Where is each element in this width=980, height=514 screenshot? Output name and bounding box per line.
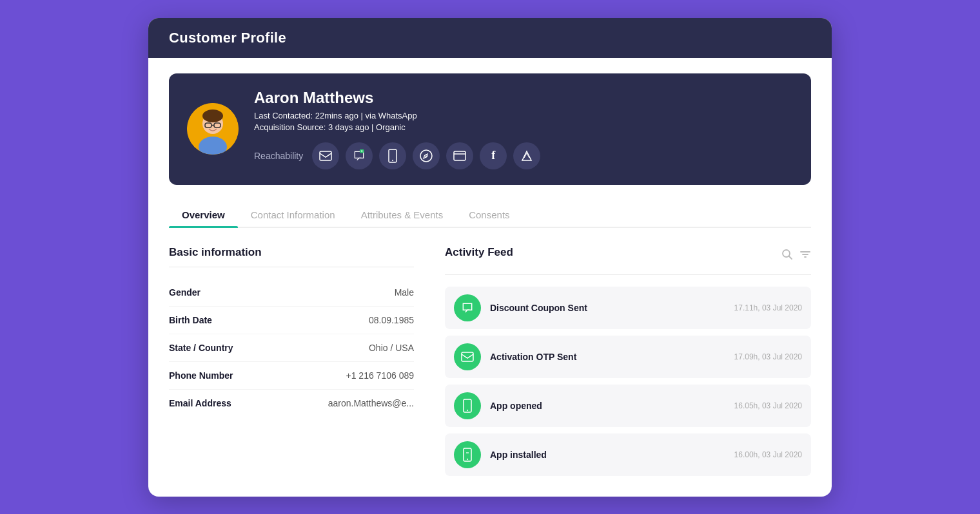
gender-label: Gender bbox=[169, 287, 201, 298]
activity-label-0: Discount Coupon Sent bbox=[490, 303, 725, 313]
activity-list: Discount Coupon Sent 17.11h, 03 Jul 2020… bbox=[445, 287, 811, 476]
birth-value: 08.09.1985 bbox=[369, 315, 414, 325]
reachability-label: Reachability bbox=[254, 151, 303, 161]
activity-header: Activity Feed bbox=[445, 246, 811, 267]
activity-filter-icons bbox=[781, 249, 811, 263]
avatar bbox=[187, 103, 239, 155]
phone-label: Phone Number bbox=[169, 370, 233, 381]
basic-info-divider bbox=[169, 267, 414, 267]
svg-rect-7 bbox=[320, 151, 331, 160]
activity-divider bbox=[445, 274, 811, 275]
activity-feed-title: Activity Feed bbox=[445, 246, 513, 259]
phone-value: +1 216 7106 089 bbox=[346, 370, 415, 381]
tabs-row: Overview Contact Information Attributes … bbox=[169, 203, 811, 228]
tab-attributes-events[interactable]: Attributes & Events bbox=[348, 203, 456, 227]
activity-item-1: Activation OTP Sent 17.09h, 03 Jul 2020 bbox=[445, 336, 811, 378]
activity-label-3: App installed bbox=[490, 450, 725, 460]
activity-dot-3 bbox=[454, 441, 481, 468]
activity-label-1: Activation OTP Sent bbox=[490, 352, 725, 362]
acquisition-meta: Acquisition Source: 3 days ago | Organic bbox=[254, 122, 793, 132]
basic-info-section: Basic information Gender Male Birth Date… bbox=[169, 246, 414, 476]
main-content: Basic information Gender Male Birth Date… bbox=[169, 246, 811, 476]
svg-point-22 bbox=[467, 410, 468, 411]
email-label: Email Address bbox=[169, 398, 231, 408]
state-label: State / Country bbox=[169, 343, 233, 353]
birth-label: Birth Date bbox=[169, 315, 212, 325]
svg-point-11 bbox=[420, 150, 432, 162]
tab-overview[interactable]: Overview bbox=[169, 203, 238, 227]
card-header: Customer Profile bbox=[148, 18, 832, 58]
page-title: Customer Profile bbox=[169, 30, 286, 46]
activity-time-2: 16.05h, 03 Jul 2020 bbox=[734, 401, 802, 410]
activity-dot-0 bbox=[454, 294, 481, 321]
reachability-row: Reachability bbox=[254, 142, 793, 169]
activity-time-3: 16.00h, 03 Jul 2020 bbox=[734, 450, 802, 459]
whatsapp-reach-icon[interactable] bbox=[413, 142, 440, 169]
svg-point-3 bbox=[202, 109, 223, 122]
info-row-email: Email Address aaron.Matthews@e... bbox=[169, 390, 414, 417]
info-row-state: State / Country Ohio / USA bbox=[169, 334, 414, 362]
avatar-image bbox=[187, 103, 239, 155]
facebook-reach-icon[interactable]: f bbox=[480, 142, 507, 169]
svg-rect-13 bbox=[454, 151, 466, 160]
activity-dot-2 bbox=[454, 392, 481, 419]
state-value: Ohio / USA bbox=[369, 343, 414, 353]
activity-time-0: 17.11h, 03 Jul 2020 bbox=[734, 303, 802, 312]
search-icon[interactable] bbox=[781, 249, 793, 263]
mobile-reach-icon[interactable] bbox=[379, 142, 406, 169]
activity-feed-section: Activity Feed bbox=[445, 246, 811, 476]
tab-consents[interactable]: Consents bbox=[456, 203, 522, 227]
svg-line-16 bbox=[789, 256, 792, 260]
svg-rect-20 bbox=[462, 352, 473, 361]
sms-reach-icon[interactable] bbox=[346, 142, 373, 169]
svg-point-10 bbox=[392, 160, 393, 161]
info-row-phone: Phone Number +1 216 7106 089 bbox=[169, 362, 414, 390]
info-row-gender: Gender Male bbox=[169, 279, 414, 307]
svg-point-24 bbox=[467, 459, 468, 460]
ads-reach-icon[interactable] bbox=[513, 142, 540, 169]
activity-dot-1 bbox=[454, 343, 481, 370]
info-row-birth: Birth Date 08.09.1985 bbox=[169, 307, 414, 334]
activity-item-2: App opened 16.05h, 03 Jul 2020 bbox=[445, 385, 811, 427]
basic-info-title: Basic information bbox=[169, 246, 414, 259]
profile-name: Aaron Matthews bbox=[254, 89, 793, 107]
browser-reach-icon[interactable] bbox=[446, 142, 473, 169]
activity-item-3: App installed 16.00h, 03 Jul 2020 bbox=[445, 433, 811, 476]
activity-time-1: 17.09h, 03 Jul 2020 bbox=[734, 352, 802, 361]
last-contacted-meta: Last Contacted: 22mins ago | via WhatsAp… bbox=[254, 111, 793, 120]
filter-icon[interactable] bbox=[799, 249, 811, 263]
profile-info: Aaron Matthews Last Contacted: 22mins ag… bbox=[254, 89, 793, 169]
gender-value: Male bbox=[395, 287, 414, 298]
tab-contact-information[interactable]: Contact Information bbox=[238, 203, 348, 227]
email-reach-icon[interactable] bbox=[312, 142, 339, 169]
activity-label-2: App opened bbox=[490, 401, 725, 411]
profile-banner: Aaron Matthews Last Contacted: 22mins ag… bbox=[169, 73, 811, 185]
card-body: Aaron Matthews Last Contacted: 22mins ag… bbox=[148, 58, 832, 497]
email-value: aaron.Matthews@e... bbox=[328, 398, 414, 408]
activity-item-0: Discount Coupon Sent 17.11h, 03 Jul 2020 bbox=[445, 287, 811, 329]
customer-profile-card: Customer Profile bbox=[148, 18, 832, 497]
